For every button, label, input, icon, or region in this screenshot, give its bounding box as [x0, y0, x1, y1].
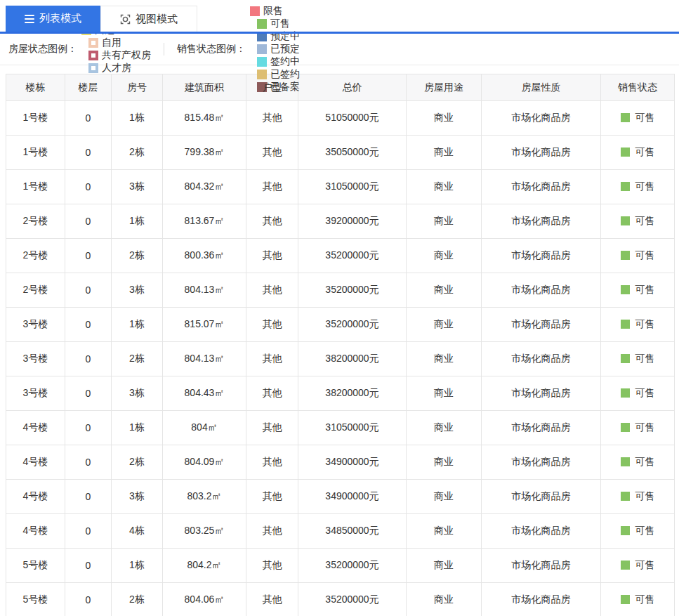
cell-price: 35200000元	[298, 549, 407, 583]
cell-room: 2栋	[112, 445, 163, 480]
cell-nature: 市场化商品房	[482, 376, 601, 411]
sale-status-legend-item: 已预定	[257, 43, 300, 55]
cell-usage: 商业	[407, 170, 482, 204]
sale-status-legend-item: 签约中	[257, 55, 300, 68]
sale-status-square	[621, 182, 630, 191]
cell-room: 3栋	[112, 273, 163, 308]
sale-status-label: 可售	[635, 456, 655, 468]
cell-nature: 市场化商品房	[482, 101, 601, 136]
cell-area: 804.13㎡	[163, 273, 246, 308]
sale-status-label: 可售	[635, 318, 655, 331]
viewfinder-icon	[120, 14, 131, 25]
sale-status-label: 可售	[635, 112, 655, 124]
tab-bar: 列表模式 视图模式	[0, 0, 679, 34]
cell-sale-status: 可售	[601, 204, 675, 239]
table-row: 4号楼03栋803.2㎡其他34900000元商业市场化商品房可售	[6, 480, 675, 514]
cell-floor: 0	[65, 514, 112, 549]
cell-room: 3栋	[112, 480, 163, 514]
cell-unit-type: 其他	[246, 376, 298, 411]
cell-unit-type: 其他	[246, 549, 298, 583]
cell-unit-type: 其他	[246, 204, 298, 239]
tab-underline	[0, 32, 679, 34]
cell-area: 803.2㎡	[163, 480, 246, 514]
cell-usage: 商业	[407, 204, 482, 239]
sale-status-legend-swatch	[257, 70, 267, 79]
cell-building: 2号楼	[6, 239, 65, 273]
cell-floor: 0	[65, 136, 112, 170]
cell-floor: 0	[65, 549, 112, 583]
sale-status-square	[621, 388, 630, 398]
cell-nature: 市场化商品房	[482, 308, 601, 342]
house-status-legend-item: 人才房	[88, 62, 151, 74]
tab-list-mode-label: 列表模式	[39, 12, 81, 25]
cell-usage: 商业	[407, 239, 482, 273]
cell-nature: 市场化商品房	[482, 549, 601, 583]
cell-room: 1栋	[112, 101, 163, 136]
cell-area: 813.67㎡	[163, 204, 246, 239]
sale-status-square	[621, 492, 630, 501]
table-row: 1号楼03栋804.32㎡其他31050000元商业市场化商品房可售	[6, 170, 675, 204]
table-header: 楼栋 楼层 房号 建筑面积 户型 总价 房屋用途 房屋性质 销售状态	[6, 74, 675, 101]
tab-view-mode[interactable]: 视图模式	[100, 6, 197, 32]
cell-sale-status: 可售	[601, 376, 675, 411]
cell-room: 2栋	[112, 583, 163, 616]
col-header-building: 楼栋	[6, 74, 65, 101]
sale-status-square	[621, 526, 630, 535]
cell-room: 3栋	[112, 376, 163, 411]
cell-floor: 0	[65, 273, 112, 308]
sale-status-square	[621, 423, 630, 432]
cell-usage: 商业	[407, 583, 482, 616]
tab-view-mode-label: 视图模式	[136, 13, 178, 26]
cell-sale-status: 可售	[601, 273, 675, 308]
sale-status-legend-label: 已预定	[270, 43, 300, 55]
sale-status-label: 可售	[635, 421, 655, 434]
sale-status-label: 可售	[635, 559, 655, 572]
cell-sale-status: 可售	[601, 342, 675, 376]
cell-price: 35200000元	[298, 273, 407, 308]
table-row: 2号楼02栋800.36㎡其他35200000元商业市场化商品房可售	[6, 239, 675, 273]
cell-building: 4号楼	[6, 411, 65, 445]
col-header-usage: 房屋用途	[407, 74, 482, 101]
cell-building: 3号楼	[6, 308, 65, 342]
sale-status-square	[621, 561, 630, 570]
legend-bar: 房屋状态图例： 回迁自用共有产权房人才房 销售状态图例： 限售可售预定中已预定签…	[0, 34, 679, 65]
sale-status-label: 可售	[635, 181, 655, 193]
sale-status-square	[621, 354, 630, 363]
cell-usage: 商业	[407, 136, 482, 170]
sale-status-square	[621, 148, 630, 157]
cell-unit-type: 其他	[246, 170, 298, 204]
cell-area: 815.07㎡	[163, 308, 246, 342]
cell-building: 1号楼	[6, 136, 65, 170]
sale-status-legend-label: 签约中	[270, 55, 300, 68]
cell-price: 34900000元	[298, 480, 407, 514]
cell-nature: 市场化商品房	[482, 204, 601, 239]
tab-list-mode[interactable]: 列表模式	[6, 6, 100, 32]
sale-status-label: 可售	[635, 525, 655, 537]
cell-price: 35050000元	[298, 136, 407, 170]
col-header-sale-status: 销售状态	[601, 74, 675, 101]
legend-divider	[164, 43, 164, 55]
cell-area: 804.32㎡	[163, 170, 246, 204]
cell-building: 5号楼	[6, 583, 65, 616]
cell-room: 1栋	[112, 549, 163, 583]
cell-nature: 市场化商品房	[482, 445, 601, 480]
sale-status-square	[621, 320, 630, 329]
cell-room: 1栋	[112, 411, 163, 445]
cell-price: 38200000元	[298, 376, 407, 411]
cell-floor: 0	[65, 480, 112, 514]
cell-area: 800.36㎡	[163, 239, 246, 273]
cell-sale-status: 可售	[601, 136, 675, 170]
col-header-floor: 楼层	[65, 74, 112, 101]
cell-sale-status: 可售	[601, 445, 675, 480]
cell-sale-status: 可售	[601, 549, 675, 583]
cell-area: 804.06㎡	[163, 583, 246, 616]
cell-sale-status: 可售	[601, 480, 675, 514]
cell-unit-type: 其他	[246, 411, 298, 445]
cell-usage: 商业	[407, 514, 482, 549]
cell-building: 4号楼	[6, 514, 65, 549]
col-header-nature: 房屋性质	[482, 74, 601, 101]
cell-area: 799.38㎡	[163, 136, 246, 170]
cell-nature: 市场化商品房	[482, 273, 601, 308]
cell-area: 815.48㎡	[163, 101, 246, 136]
sale-status-label: 可售	[635, 387, 655, 400]
